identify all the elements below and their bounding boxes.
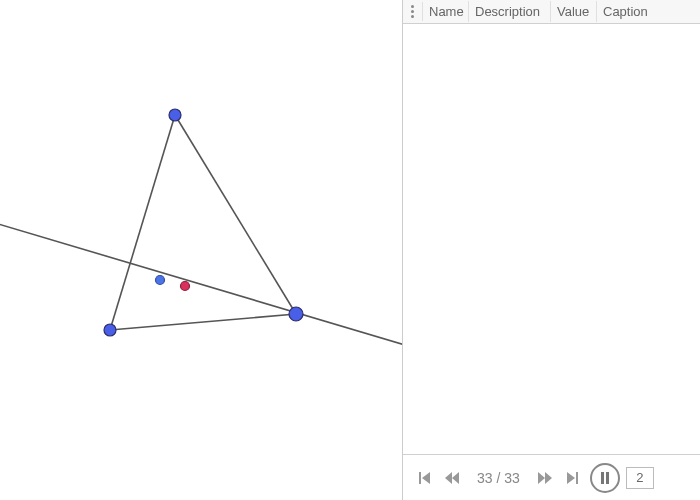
step-counter: 33 / 33 <box>469 470 528 486</box>
rewind-icon <box>444 470 460 486</box>
segment-ca[interactable] <box>175 115 296 314</box>
skip-end-icon <box>565 470 581 486</box>
side-panel: Name Description Value Caption 33 / 33 <box>402 0 700 500</box>
kebab-icon <box>411 5 414 18</box>
prev-step-button[interactable] <box>441 467 463 489</box>
line-g[interactable] <box>0 223 402 345</box>
next-step-button[interactable] <box>534 467 556 489</box>
segment-bc[interactable] <box>110 314 296 330</box>
pause-icon <box>597 470 613 486</box>
table-body <box>403 24 700 454</box>
col-caption[interactable]: Caption <box>597 1 700 22</box>
point-vertex-right[interactable] <box>289 307 303 321</box>
playback-bar: 33 / 33 <box>403 454 700 500</box>
point-vertex-left[interactable] <box>104 324 116 336</box>
segment-ab[interactable] <box>110 115 175 330</box>
col-description[interactable]: Description <box>469 1 551 22</box>
skip-start-icon <box>416 470 432 486</box>
first-step-button[interactable] <box>413 467 435 489</box>
point-inner-blue[interactable] <box>156 276 165 285</box>
table-header: Name Description Value Caption <box>403 0 700 24</box>
play-pause-button[interactable] <box>590 463 620 493</box>
speed-input[interactable] <box>626 467 654 489</box>
fastforward-icon <box>537 470 553 486</box>
point-vertex-top[interactable] <box>169 109 181 121</box>
canvas-pane[interactable] <box>0 0 402 500</box>
last-step-button[interactable] <box>562 467 584 489</box>
col-value[interactable]: Value <box>551 1 597 22</box>
col-name[interactable]: Name <box>423 1 469 22</box>
app-root: Name Description Value Caption 33 / 33 <box>0 0 700 500</box>
geometry-canvas[interactable] <box>0 0 402 500</box>
point-inner-red[interactable] <box>181 282 190 291</box>
table-menu-button[interactable] <box>403 2 423 21</box>
